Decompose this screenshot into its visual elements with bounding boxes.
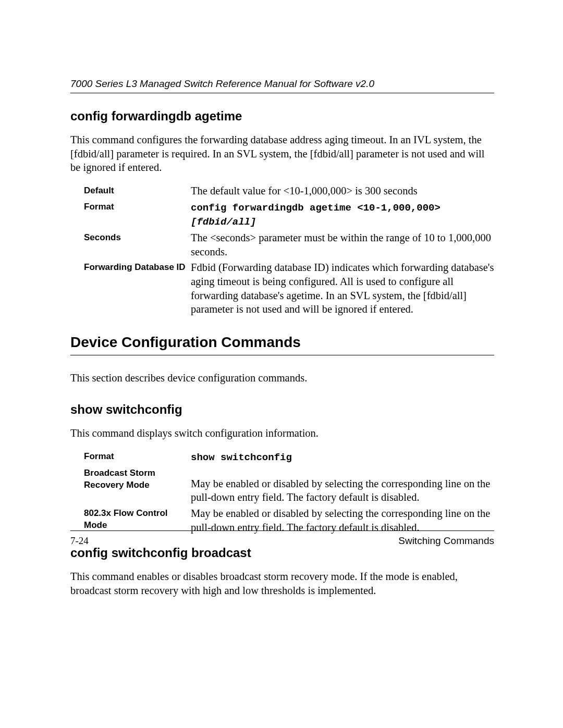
param-label-line2: Recovery Mode xyxy=(84,479,191,491)
param-value: May be enabled or disabled by selecting … xyxy=(191,466,494,504)
format-code: show switchconfig xyxy=(191,452,292,463)
body-sec1: This command configures the forwarding d… xyxy=(70,133,494,175)
param-value: show switchconfig xyxy=(191,450,494,464)
format-text1: config forwardingdb agetime <10-1,000,00… xyxy=(191,202,440,214)
param-row-format: Format config forwardingdb agetime <10-1… xyxy=(84,200,494,229)
page-number: 7-24 xyxy=(70,535,89,547)
heading-show-switchconfig: show switchconfig xyxy=(70,402,494,417)
param-label-line1: Broadcast Storm xyxy=(84,467,191,479)
param-row-default: Default The default value for <10-1,000,… xyxy=(84,184,494,198)
param-row-format-sec3: Format show switchconfig xyxy=(84,450,494,464)
param-row-bsrm: Broadcast Storm Recovery Mode May be ena… xyxy=(84,466,494,504)
section-name: Switching Commands xyxy=(398,535,494,547)
heading-config-switchconfig-broadcast: config switchconfig broadcast xyxy=(70,546,494,560)
param-table-sec3: Format show switchconfig Broadcast Storm… xyxy=(84,450,494,534)
format-code-line1: config forwardingdb agetime <10-1,000,00… xyxy=(191,202,440,214)
page-footer: 7-24 Switching Commands xyxy=(70,530,494,547)
format-code-line2: [fdbid/all] xyxy=(191,216,256,228)
param-value: The default value for <10-1,000,000> is … xyxy=(191,184,494,198)
section-rule xyxy=(70,355,494,355)
heading-config-forwardingdb-agetime: config forwardingdb agetime xyxy=(70,109,494,124)
param-value: Fdbid (Forwarding database ID) indicates… xyxy=(191,261,494,316)
param-table-sec1: Default The default value for <10-1,000,… xyxy=(84,184,494,316)
param-label: 802.3x Flow Control Mode xyxy=(84,507,191,532)
param-label: Format xyxy=(84,200,191,213)
param-label: Default xyxy=(84,184,191,197)
header-rule xyxy=(70,93,494,93)
param-label: Format xyxy=(84,450,191,463)
body-sec2: This section describes device configurat… xyxy=(70,371,494,385)
footer-rule xyxy=(70,530,494,531)
doc-header: 7000 Series L3 Managed Switch Reference … xyxy=(70,78,494,90)
body-sec3: This command displays switch configurati… xyxy=(70,426,494,440)
param-label: Forwarding Database ID xyxy=(84,261,191,274)
param-label: Seconds xyxy=(84,231,191,244)
heading-device-configuration-commands: Device Configuration Commands xyxy=(70,334,494,351)
body-sec4: This command enables or disables broadca… xyxy=(70,570,494,597)
param-value: config forwardingdb agetime <10-1,000,00… xyxy=(191,200,494,229)
param-row-seconds: Seconds The <seconds> parameter must be … xyxy=(84,231,494,258)
param-row-fdbid: Forwarding Database ID Fdbid (Forwarding… xyxy=(84,261,494,316)
param-value: The <seconds> parameter must be within t… xyxy=(191,231,494,258)
param-label: Broadcast Storm Recovery Mode xyxy=(84,466,191,491)
